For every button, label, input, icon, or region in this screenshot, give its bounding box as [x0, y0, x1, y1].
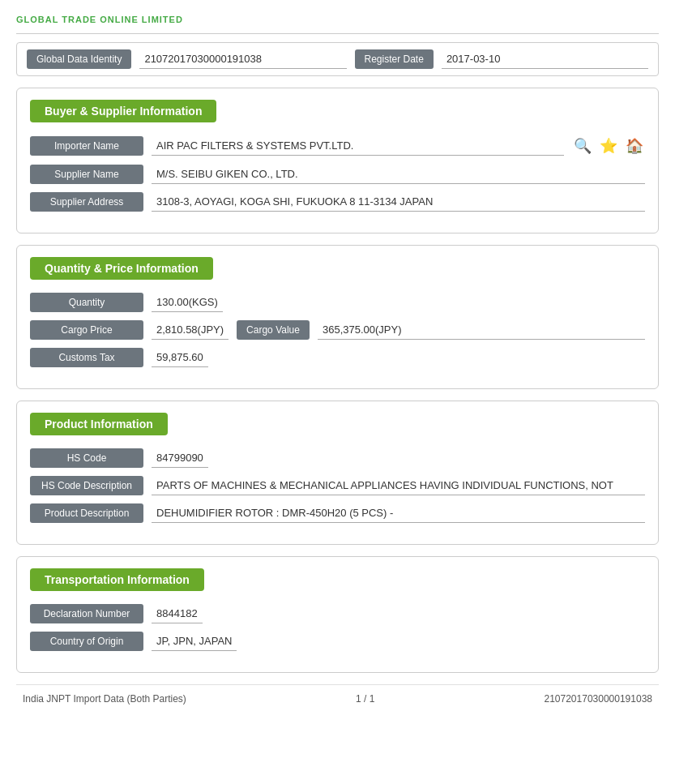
customs-label: Customs Tax	[30, 348, 143, 367]
prod-desc-label: Product Description	[30, 503, 143, 523]
cargo-row: Cargo Price 2,810.58(JPY) Cargo Value 36…	[30, 320, 645, 340]
hs-desc-label: HS Code Description	[30, 476, 143, 495]
global-id-label: Global Data Identity	[27, 49, 131, 69]
supplier-address-row: Supplier Address 3108-3, AOYAGI, KOGA SH…	[30, 192, 645, 212]
footer-left: India JNPT Import Data (Both Parties)	[23, 693, 186, 705]
decl-row: Declaration Number 8844182	[30, 604, 645, 623]
quantity-value: 130.00(KGS)	[152, 293, 223, 312]
transport-section: Transportation Information Declaration N…	[16, 556, 659, 673]
importer-row: Importer Name AIR PAC FILTERS & SYSTEMS …	[30, 135, 645, 156]
quantity-price-section: Quantity & Price Information Quantity 13…	[16, 245, 659, 389]
decl-value: 8844182	[152, 604, 203, 623]
cargo-value-label: Cargo Value	[237, 320, 310, 340]
supplier-address-label: Supplier Address	[30, 192, 143, 212]
register-date-label: Register Date	[355, 49, 434, 69]
home-icon[interactable]: 🏠	[624, 135, 645, 156]
buyer-supplier-section: Buyer & Supplier Information Importer Na…	[16, 88, 659, 233]
footer-bar: India JNPT Import Data (Both Parties) 1 …	[16, 684, 659, 705]
supplier-address-value: 3108-3, AOYAGI, KOGA SHI, FUKUOKA 8 11-3…	[152, 192, 645, 212]
logo-text: GLOBAL TRADE ONLINE LIMITED	[16, 15, 183, 24]
origin-value: JP, JPN, JAPAN	[152, 632, 237, 651]
footer-center: 1 / 1	[356, 693, 374, 705]
decl-label: Declaration Number	[30, 604, 143, 623]
global-id-row: Global Data Identity 2107201703000019103…	[16, 42, 659, 76]
cargo-price-label: Cargo Price	[30, 320, 143, 340]
hs-code-label: HS Code	[30, 448, 143, 468]
global-id-value: 21072017030000191038	[139, 49, 346, 69]
search-icon[interactable]: 🔍	[572, 135, 593, 156]
cargo-price-value: 2,810.58(JPY)	[152, 320, 229, 340]
origin-label: Country of Origin	[30, 632, 143, 651]
prod-desc-row: Product Description DEHUMIDIFIER ROTOR :…	[30, 503, 645, 523]
supplier-name-row: Supplier Name M/S. SEIBU GIKEN CO., LTD.	[30, 165, 645, 184]
supplier-name-label: Supplier Name	[30, 165, 143, 184]
cargo-value-value: 365,375.00(JPY)	[318, 320, 645, 340]
quantity-price-title: Quantity & Price Information	[30, 257, 213, 280]
origin-row: Country of Origin JP, JPN, JAPAN	[30, 632, 645, 651]
logo-bar: GLOBAL TRADE ONLINE LIMITED	[16, 8, 659, 34]
product-section: Product Information HS Code 84799090 HS …	[16, 401, 659, 545]
quantity-row: Quantity 130.00(KGS)	[30, 293, 645, 312]
supplier-name-value: M/S. SEIBU GIKEN CO., LTD.	[152, 165, 645, 184]
hs-code-row: HS Code 84799090	[30, 448, 645, 468]
customs-value: 59,875.60	[152, 348, 208, 367]
register-date-value: 2017-03-10	[442, 49, 648, 69]
hs-code-value: 84799090	[152, 448, 208, 468]
importer-label: Importer Name	[30, 136, 143, 156]
footer-right: 21072017030000191038	[545, 693, 652, 705]
transport-title: Transportation Information	[30, 568, 204, 591]
hs-desc-value: PARTS OF MACHINES & MECHANICAL APPLIANCE…	[152, 476, 645, 495]
hs-desc-row: HS Code Description PARTS OF MACHINES & …	[30, 476, 645, 495]
star-icon[interactable]: ⭐	[598, 135, 619, 156]
action-icons: 🔍 ⭐ 🏠	[572, 135, 645, 156]
importer-value: AIR PAC FILTERS & SYSTEMS PVT.LTD.	[152, 136, 564, 156]
buyer-supplier-title: Buyer & Supplier Information	[30, 100, 216, 122]
prod-desc-value: DEHUMIDIFIER ROTOR : DMR-450H20 (5 PCS) …	[152, 503, 645, 523]
customs-row: Customs Tax 59,875.60	[30, 348, 645, 367]
quantity-label: Quantity	[30, 293, 143, 312]
product-title: Product Information	[30, 413, 168, 435]
